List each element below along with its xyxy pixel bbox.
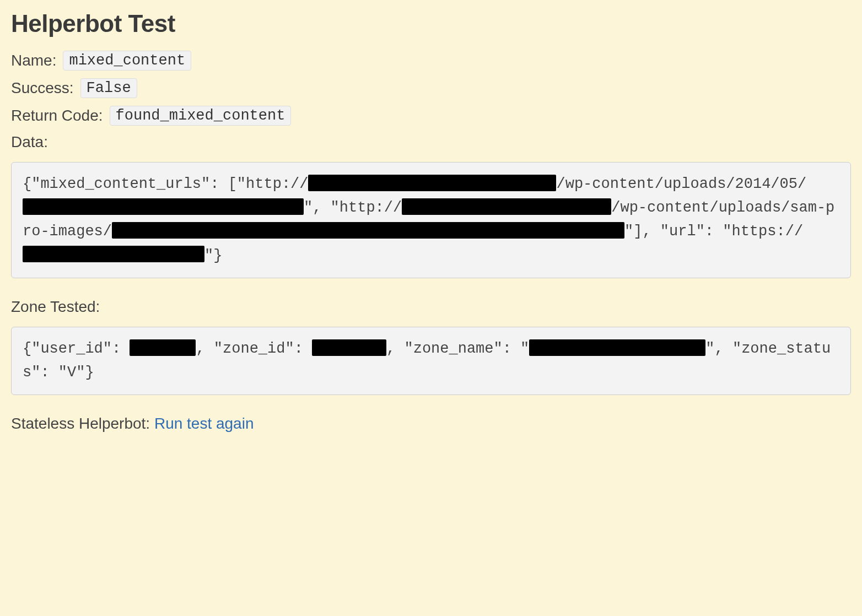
field-name: Name: mixed_content bbox=[11, 51, 851, 71]
run-test-again-link[interactable]: Run test again bbox=[154, 415, 254, 432]
data-segment: "} bbox=[204, 247, 222, 264]
footer-row: Stateless Helperbot: Run test again bbox=[11, 415, 851, 433]
field-data: Data: bbox=[11, 133, 851, 151]
zone-segment: {"user_id": bbox=[23, 341, 130, 357]
zone-tested-label: Zone Tested: bbox=[11, 298, 851, 316]
redacted-text bbox=[529, 339, 705, 356]
zone-code-block: {"user_id": , "zone_id": , "zone_name": … bbox=[11, 327, 851, 395]
field-return-code: Return Code: found_mixed_content bbox=[11, 106, 851, 126]
field-success: Success: False bbox=[11, 78, 851, 98]
redacted-text bbox=[23, 246, 204, 262]
zone-segment: , "zone_name": " bbox=[386, 341, 529, 357]
redacted-text bbox=[312, 339, 386, 356]
data-segment: ", "http:// bbox=[304, 199, 402, 216]
page-title: Helperbot Test bbox=[11, 10, 851, 37]
success-label: Success: bbox=[11, 79, 74, 97]
redacted-text bbox=[402, 198, 611, 215]
return-code-value: found_mixed_content bbox=[110, 106, 292, 126]
footer-prefix: Stateless Helperbot: bbox=[11, 415, 154, 432]
zone-segment: , "zone_id": bbox=[196, 341, 312, 357]
data-label: Data: bbox=[11, 133, 48, 151]
data-segment: /wp-content/uploads/2014/05/ bbox=[556, 176, 806, 192]
return-code-label: Return Code: bbox=[11, 107, 103, 125]
success-value: False bbox=[80, 78, 137, 98]
data-segment: {"mixed_content_urls": ["http:// bbox=[23, 176, 308, 192]
redacted-text bbox=[112, 222, 624, 239]
name-value: mixed_content bbox=[63, 51, 191, 71]
redacted-text bbox=[130, 339, 196, 356]
redacted-text bbox=[308, 175, 556, 191]
redacted-text bbox=[23, 198, 304, 215]
data-code-block: {"mixed_content_urls": ["http:///wp-cont… bbox=[11, 162, 851, 278]
data-segment: "], "url": "https:// bbox=[624, 223, 803, 240]
name-label: Name: bbox=[11, 52, 56, 69]
